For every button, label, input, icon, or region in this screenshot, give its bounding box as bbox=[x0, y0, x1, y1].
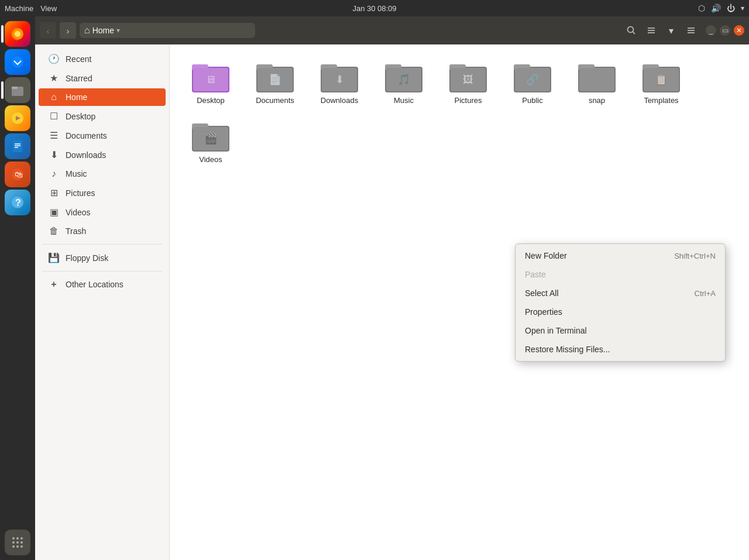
ctx-select-all-label: Select All bbox=[525, 288, 559, 298]
svg-text:📋: 📋 bbox=[655, 73, 668, 86]
svg-point-22 bbox=[16, 545, 19, 548]
sidebar-item-documents[interactable]: ☰ Documents bbox=[39, 126, 166, 145]
ctx-restore-files[interactable]: Restore Missing Files... bbox=[516, 340, 725, 359]
ctx-new-folder-label: New Folder bbox=[525, 251, 567, 260]
videos-icon: ▣ bbox=[48, 207, 60, 218]
svg-rect-58 bbox=[579, 68, 614, 91]
svg-text:📄: 📄 bbox=[269, 73, 282, 86]
sidebar-item-videos[interactable]: ▣ Videos bbox=[39, 203, 166, 221]
minimize-button[interactable]: _ bbox=[706, 25, 716, 36]
toolbar-right: ▾ _ ▭ ✕ bbox=[623, 22, 744, 39]
context-menu: New Folder Shift+Ctrl+N Paste Select All… bbox=[515, 243, 726, 362]
sidebar-label-pictures: Pictures bbox=[66, 188, 95, 198]
sidebar-item-desktop[interactable]: ☐ Desktop bbox=[39, 107, 166, 125]
search-button[interactable] bbox=[623, 22, 640, 39]
folder-public[interactable]: 🔗 Public bbox=[503, 56, 562, 109]
svg-point-23 bbox=[20, 545, 23, 548]
view-menu[interactable]: View bbox=[40, 4, 57, 13]
sidebar-label-videos: Videos bbox=[66, 208, 91, 217]
starred-icon: ★ bbox=[48, 73, 60, 84]
folder-music[interactable]: 🎵 Music bbox=[374, 56, 433, 109]
ctx-new-folder-shortcut: Shift+Ctrl+N bbox=[674, 252, 716, 260]
ctx-select-all-shortcut: Ctrl+A bbox=[695, 289, 716, 298]
folder-desktop-label: Desktop bbox=[197, 96, 225, 105]
maximize-button[interactable]: ▭ bbox=[720, 25, 730, 36]
dock-firefox[interactable] bbox=[5, 21, 30, 47]
sidebar-item-floppy[interactable]: 💾 Floppy Disk bbox=[39, 249, 166, 267]
folder-desktop[interactable]: 🖥 Desktop bbox=[181, 56, 240, 109]
folder-snap-label: snap bbox=[589, 96, 605, 105]
dock-appstore[interactable]: 🛍 bbox=[5, 162, 30, 187]
folder-templates-label: Templates bbox=[644, 96, 678, 105]
dock-rhythmbox[interactable] bbox=[5, 105, 30, 131]
home-breadcrumb-icon: ⌂ bbox=[84, 25, 90, 36]
folder-documents[interactable]: 📄 Documents bbox=[246, 56, 304, 109]
ctx-paste-label: Paste bbox=[525, 270, 546, 279]
folder-pictures[interactable]: 🖼 Pictures bbox=[439, 56, 497, 109]
folder-desktop-icon: 🖥 bbox=[192, 61, 229, 92]
documents-icon: ☰ bbox=[48, 130, 60, 141]
settings-arrow-icon[interactable]: ▾ bbox=[741, 4, 744, 12]
home-icon: ⌂ bbox=[48, 92, 60, 102]
sidebar-item-trash[interactable]: 🗑 Trash bbox=[39, 222, 166, 240]
power-icon[interactable]: ⏻ bbox=[727, 4, 735, 13]
ctx-properties[interactable]: Properties bbox=[516, 303, 725, 321]
svg-rect-4 bbox=[12, 87, 18, 89]
breadcrumb[interactable]: ⌂ Home ▾ bbox=[80, 23, 255, 38]
recent-icon: 🕐 bbox=[48, 53, 60, 64]
folder-templates[interactable]: 📋 Templates bbox=[632, 56, 690, 109]
dock-libreoffice[interactable] bbox=[5, 133, 30, 159]
svg-point-17 bbox=[20, 537, 23, 540]
svg-text:🛍: 🛍 bbox=[15, 170, 23, 179]
system-bar-left: Machine View bbox=[5, 4, 57, 13]
titlebar: ‹ › ⌂ Home ▾ ▾ _ ▭ ✕ bbox=[35, 16, 749, 44]
svg-point-1 bbox=[15, 31, 20, 37]
file-area[interactable]: 🖥 Desktop 📄 Documen bbox=[170, 44, 749, 560]
svg-rect-7 bbox=[13, 140, 22, 152]
sidebar-item-downloads[interactable]: ⬇ Downloads bbox=[39, 146, 166, 164]
folder-downloads[interactable]: ⬇ Downloads bbox=[310, 56, 369, 109]
svg-text:🎬: 🎬 bbox=[204, 132, 218, 145]
svg-point-18 bbox=[12, 541, 15, 544]
sidebar-item-music[interactable]: ♪ Music bbox=[39, 165, 166, 183]
folder-videos[interactable]: 🎬 Videos bbox=[181, 115, 240, 169]
dock-help[interactable]: ? bbox=[5, 190, 30, 215]
dock-files[interactable] bbox=[5, 77, 30, 103]
view-options-button[interactable]: ▾ bbox=[662, 22, 680, 39]
sidebar-label-floppy: Floppy Disk bbox=[66, 253, 108, 263]
sidebar-item-recent[interactable]: 🕐 Recent bbox=[39, 50, 166, 68]
sidebar-item-starred[interactable]: ★ Starred bbox=[39, 69, 166, 87]
sidebar-item-pictures[interactable]: ⊞ Pictures bbox=[39, 184, 166, 202]
machine-menu[interactable]: Machine bbox=[5, 4, 33, 13]
main-area: 🕐 Recent ★ Starred ⌂ Home ☐ Desktop ☰ Do… bbox=[35, 44, 749, 560]
svg-text:?: ? bbox=[15, 198, 21, 208]
sidebar-divider-2 bbox=[42, 271, 162, 272]
breadcrumb-dropdown-icon[interactable]: ▾ bbox=[116, 26, 120, 35]
folder-documents-label: Documents bbox=[256, 96, 294, 105]
folder-videos-label: Videos bbox=[199, 155, 222, 164]
view-list-button[interactable] bbox=[643, 22, 660, 39]
back-button[interactable]: ‹ bbox=[40, 22, 56, 39]
sound-icon[interactable]: 🔊 bbox=[711, 4, 721, 13]
floppy-icon: 💾 bbox=[48, 252, 60, 263]
folder-snap[interactable]: snap bbox=[568, 56, 626, 109]
close-button[interactable]: ✕ bbox=[734, 25, 744, 36]
sidebar-item-home[interactable]: ⌂ Home bbox=[39, 88, 166, 106]
show-applications-button[interactable] bbox=[5, 530, 30, 555]
ctx-select-all[interactable]: Select All Ctrl+A bbox=[516, 284, 725, 303]
svg-point-20 bbox=[20, 541, 23, 544]
folder-pictures-label: Pictures bbox=[455, 96, 482, 105]
music-icon: ♪ bbox=[48, 169, 60, 179]
window-controls: _ ▭ ✕ bbox=[706, 25, 744, 36]
ctx-open-terminal[interactable]: Open in Terminal bbox=[516, 321, 725, 340]
menu-button[interactable] bbox=[682, 22, 700, 39]
network-icon[interactable]: ⬡ bbox=[698, 4, 705, 13]
forward-button[interactable]: › bbox=[60, 22, 76, 39]
ctx-new-folder[interactable]: New Folder Shift+Ctrl+N bbox=[516, 246, 725, 265]
ctx-restore-files-label: Restore Missing Files... bbox=[525, 345, 610, 354]
sidebar-item-other-locations[interactable]: + Other Locations bbox=[39, 276, 166, 293]
ctx-open-terminal-label: Open in Terminal bbox=[525, 326, 587, 335]
dock-thunderbird[interactable] bbox=[5, 49, 30, 75]
ctx-paste[interactable]: Paste bbox=[516, 265, 725, 284]
svg-point-2 bbox=[12, 56, 23, 68]
